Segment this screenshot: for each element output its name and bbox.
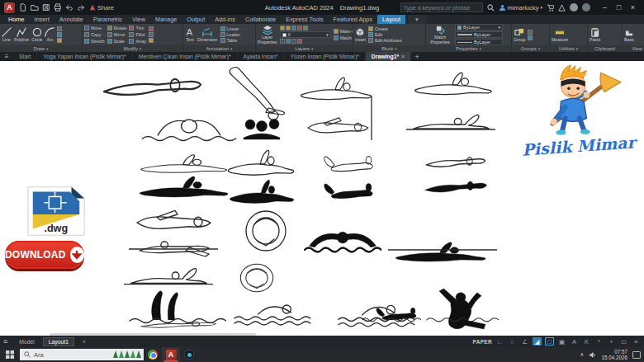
line-button[interactable]: Line — [2, 27, 12, 42]
open-folder-icon[interactable] — [31, 3, 39, 12]
annotation-scale-add-icon[interactable]: + — [607, 337, 616, 346]
table-button[interactable]: Table — [220, 38, 241, 43]
layer-freeze-icon[interactable] — [286, 26, 291, 31]
tab-output[interactable]: Output — [182, 15, 210, 24]
doc-tab-yuzen[interactable]: Yüzen Insan (Pislik Mimar)* — [284, 52, 365, 61]
doc-tab-menu-icon[interactable]: ≡ — [0, 52, 13, 61]
layer-match-icon[interactable] — [286, 39, 291, 44]
group-button[interactable]: Group — [514, 27, 525, 42]
grid-display-icon[interactable]: ∟ — [495, 337, 504, 346]
linetype-dropdown[interactable]: ByLayer — [455, 39, 503, 45]
clipboard-panel-label[interactable]: Clipboard — [588, 45, 622, 52]
tab-addins[interactable]: Add-ins — [210, 15, 240, 24]
taskbar-app-icon[interactable] — [180, 347, 198, 362]
arc-button[interactable]: Arc — [45, 27, 54, 42]
tab-insert[interactable]: Insert — [29, 15, 54, 24]
block-panel-label[interactable]: Block▾ — [353, 45, 425, 52]
tab-annotate[interactable]: Annotate — [54, 15, 88, 24]
trim-button[interactable]: Trim — [129, 25, 146, 31]
annotation-visibility-icon[interactable]: A — [570, 337, 579, 346]
app-store-icon[interactable] — [558, 4, 566, 12]
tab-view[interactable]: View — [127, 15, 150, 24]
utilities-panel-label[interactable]: Utilities▾ — [550, 45, 587, 52]
annotation-panel-label[interactable]: Annotation▾ — [183, 45, 255, 52]
make-current-button[interactable]: Make Current — [334, 29, 353, 34]
search-icon[interactable] — [487, 4, 495, 12]
dwg-file-badge[interactable]: .dwg — [25, 185, 88, 237]
tab-featured-apps[interactable]: Featured Apps — [329, 15, 377, 24]
view-panel-label[interactable]: View▾ — [623, 45, 644, 52]
minimize-button[interactable]: – — [598, 3, 612, 12]
edit-block-button[interactable]: Edit — [368, 32, 402, 37]
circle-button[interactable]: Circle — [31, 27, 42, 42]
match-layer-button[interactable]: Match Layer — [334, 35, 353, 40]
plot-icon[interactable] — [54, 3, 62, 12]
dynamic-input-icon[interactable]: ◢ — [533, 337, 542, 346]
save-icon[interactable] — [42, 3, 50, 12]
layer-lock-icon[interactable] — [291, 26, 296, 31]
doc-tab-ayakta[interactable]: Ayakta Insan* — [238, 52, 285, 61]
drawing-canvas[interactable]: Pislik Mimar — [0, 61, 644, 336]
layer-properties-button[interactable]: Layer Properties — [258, 25, 277, 45]
doc-tab-merdiven[interactable]: Merdiven Çıkan Insan (Pislik Mimar)* — [133, 52, 238, 61]
volume-icon[interactable] — [589, 351, 596, 359]
close-button[interactable]: × — [626, 3, 640, 12]
customization-menu-icon[interactable]: ≡ — [632, 337, 641, 346]
tray-expand-icon[interactable]: ∧ — [580, 351, 584, 358]
dimension-button[interactable]: Dimension — [197, 27, 218, 42]
draw-panel-label[interactable]: Draw▾ — [0, 45, 82, 52]
layer-walk-icon[interactable] — [280, 39, 285, 44]
edit-attributes-button[interactable]: Edit Attributes — [368, 38, 402, 43]
tab-parametric[interactable]: Parametric — [88, 15, 127, 24]
stretch-button[interactable]: Stretch — [84, 38, 105, 45]
fillet-button[interactable]: Fillet — [129, 31, 146, 38]
layer-isolate-icon[interactable] — [297, 26, 302, 31]
leader-button[interactable]: Leader — [220, 32, 241, 37]
insert-block-button[interactable]: Insert — [355, 27, 366, 42]
graphics-performance-icon[interactable]: ▭ — [619, 337, 628, 346]
copy-button[interactable]: Copy — [84, 31, 105, 38]
account-menu[interactable]: mimarlucky ▾ — [499, 4, 542, 12]
cart-icon[interactable] — [547, 4, 554, 12]
create-block-button[interactable]: Create — [368, 26, 402, 31]
taskbar-search-input[interactable]: Ara — [20, 349, 144, 360]
hatch-tool-icon[interactable] — [57, 38, 62, 43]
start-button[interactable] — [0, 347, 20, 362]
tab-collaborate[interactable]: Collaborate — [240, 15, 281, 24]
workspace-settings-icon[interactable]: * — [594, 337, 604, 346]
measure-button[interactable]: Measure — [552, 27, 568, 42]
doc-tab-drawing1[interactable]: Drawing1*× — [366, 52, 411, 61]
redo-icon[interactable] — [77, 3, 85, 12]
explode-tool-icon[interactable] — [149, 32, 154, 37]
tab-express-tools[interactable]: Express Tools — [281, 15, 328, 24]
download-button[interactable]: DOWNLOAD — [5, 241, 84, 269]
layout1-tab[interactable]: Layout1 — [43, 337, 74, 346]
layer-on-icon[interactable] — [280, 26, 285, 31]
autocad-app-menu-icon[interactable]: A — [4, 2, 15, 13]
erase-tool-icon[interactable] — [149, 26, 154, 31]
properties-panel-label[interactable]: Properties▾ — [426, 45, 511, 52]
taskbar-clock[interactable]: 07:57 15.04.2026 — [601, 349, 627, 360]
base-view-button[interactable]: Base — [624, 27, 634, 42]
rectangle-tool-icon[interactable] — [57, 26, 62, 31]
modify-panel-label[interactable]: Modify▾ — [83, 45, 182, 52]
text-button[interactable]: AText — [185, 27, 195, 42]
groups-panel-label[interactable]: Groups▾ — [512, 45, 549, 52]
taskbar-chrome-icon[interactable] — [144, 347, 162, 362]
close-tab-icon[interactable]: × — [401, 54, 405, 59]
notifications-icon[interactable] — [582, 3, 590, 12]
scale-button[interactable]: Scale — [107, 38, 127, 45]
ortho-mode-icon[interactable]: □ — [545, 337, 554, 346]
paste-button[interactable]: Paste — [590, 27, 600, 42]
autoscale-icon[interactable]: K — [582, 337, 591, 346]
array-button[interactable]: Array — [129, 38, 146, 45]
maximize-button[interactable]: □ — [612, 3, 626, 12]
group-edit-icon[interactable] — [528, 35, 533, 40]
offset-tool-icon[interactable] — [149, 38, 154, 43]
layout-menu-icon[interactable]: ≡ — [3, 337, 7, 346]
model-tab[interactable]: Model — [13, 337, 40, 346]
help-icon[interactable] — [570, 3, 578, 12]
color-dropdown[interactable]: ByLayer▾ — [455, 24, 503, 31]
layer-prev-icon[interactable] — [291, 39, 296, 44]
linear-button[interactable]: Linear — [220, 26, 241, 31]
